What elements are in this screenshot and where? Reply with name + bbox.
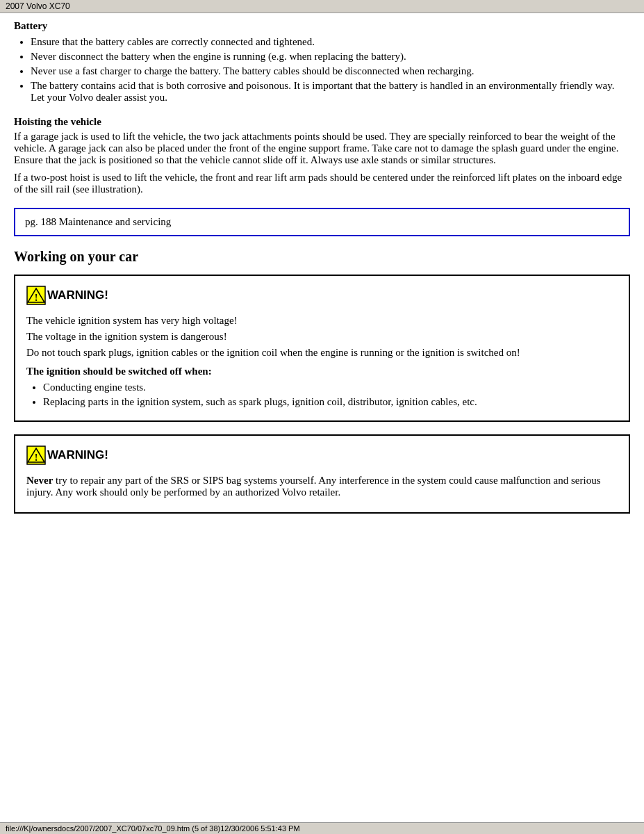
title-bar: 2007 Volvo XC70 [0, 0, 644, 13]
title-bar-text: 2007 Volvo XC70 [6, 1, 70, 11]
warning1-line3: Do not touch spark plugs, ignition cable… [26, 347, 618, 359]
hoisting-para-1: If a garage jack is used to lift the veh… [14, 131, 630, 166]
battery-title: Battery [14, 20, 630, 32]
warning-box-1: ! WARNING! The vehicle ignition system h… [14, 275, 630, 422]
footer-text: file:///K|/ownersdocs/2007/2007_XC70/07x… [6, 824, 300, 833]
list-item: Never use a fast charger to charge the b… [31, 65, 630, 77]
svg-text:!: ! [35, 293, 38, 303]
footer-bar: file:///K|/ownersdocs/2007/2007_XC70/07x… [0, 822, 644, 834]
hoisting-para-2: If a two-post hoist is used to lift the … [14, 172, 630, 195]
list-item: Ensure that the battery cables are corre… [31, 36, 630, 48]
warning1-switched-off: The ignition should be switched off when… [26, 366, 618, 377]
warning-icon-2: ! [26, 445, 46, 465]
warning-label-1: WARNING! [47, 288, 108, 302]
battery-section: Battery Ensure that the battery cables a… [14, 20, 630, 104]
list-item: Replacing parts in the ignition system, … [43, 396, 618, 408]
warning1-line1: The vehicle ignition system has very hig… [26, 315, 618, 327]
warning-header-1: ! WARNING! [26, 286, 618, 305]
warning-body-2: Never try to repair any part of the SRS … [26, 475, 618, 498]
warning2-never: Never [26, 475, 53, 486]
warning-icon-1: ! [26, 286, 46, 305]
warning-body-1: The vehicle ignition system has very hig… [26, 315, 618, 408]
list-item: Never disconnect the battery when the en… [31, 51, 630, 63]
list-item: Conducting engine tests. [43, 382, 618, 393]
warning1-bullets: Conducting engine tests. Replacing parts… [43, 382, 618, 408]
page-link-text: pg. 188 Maintenance and servicing [25, 216, 171, 227]
hoisting-title: Hoisting the vehicle [14, 116, 630, 128]
page-link-box[interactable]: pg. 188 Maintenance and servicing [14, 208, 630, 236]
warning-header-2: ! WARNING! [26, 445, 618, 465]
hoisting-section: Hoisting the vehicle If a garage jack is… [14, 116, 630, 195]
warning-label-2: WARNING! [47, 448, 108, 462]
warning2-body: try to repair any part of the SRS or SIP… [26, 475, 600, 498]
working-title: Working on your car [14, 249, 630, 265]
list-item: The battery contains acid that is both c… [31, 80, 630, 104]
warning1-line2: The voltage in the ignition system is da… [26, 331, 618, 343]
warning2-text: Never try to repair any part of the SRS … [26, 475, 618, 498]
battery-list: Ensure that the battery cables are corre… [31, 36, 630, 104]
warning-box-2: ! WARNING! Never try to repair any part … [14, 434, 630, 514]
svg-text:!: ! [35, 452, 38, 463]
